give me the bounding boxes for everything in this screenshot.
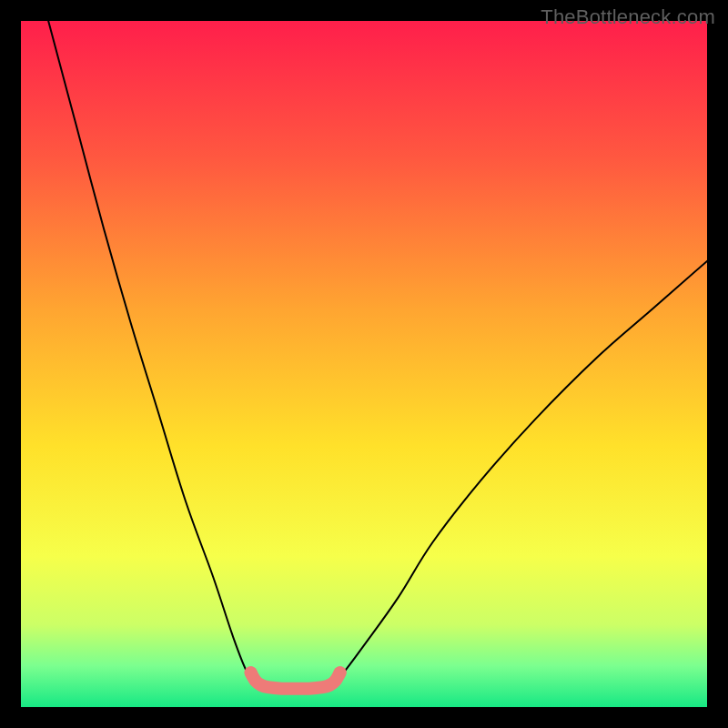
chart-svg [21,21,707,707]
trough-end-dot-1 [334,666,347,679]
plot-area [21,21,707,707]
gradient-bg [21,21,707,707]
trough-end-dot-0 [245,666,258,679]
watermark-text: TheBottleneck.com [541,5,715,29]
chart-frame: TheBottleneck.com [0,0,728,728]
